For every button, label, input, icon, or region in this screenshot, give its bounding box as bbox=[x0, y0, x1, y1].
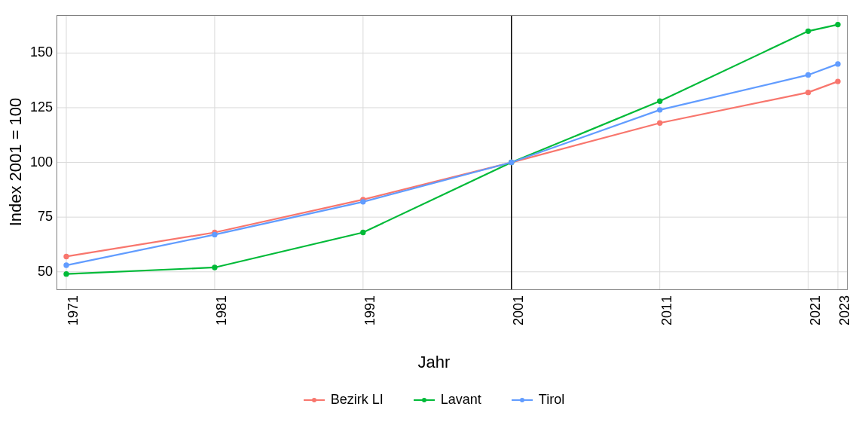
legend-swatch bbox=[304, 399, 325, 401]
x-tick-label: 2011 bbox=[659, 295, 675, 326]
svg-point-29 bbox=[509, 160, 514, 165]
series-bezirk-li bbox=[64, 79, 840, 258]
x-tick-label: 1971 bbox=[66, 295, 81, 326]
x-axis-label: Jahr bbox=[0, 353, 868, 372]
y-tick-label: 150 bbox=[8, 44, 53, 60]
svg-point-25 bbox=[836, 23, 840, 27]
series-tirol bbox=[64, 62, 840, 267]
y-tick-label: 75 bbox=[8, 209, 53, 225]
legend-item: Lavant bbox=[414, 392, 481, 408]
legend-label: Bezirk LI bbox=[331, 392, 384, 408]
y-tick-label: 50 bbox=[8, 263, 53, 279]
svg-point-32 bbox=[836, 62, 840, 66]
legend-label: Tirol bbox=[539, 392, 564, 408]
svg-point-30 bbox=[658, 108, 662, 112]
svg-point-26 bbox=[64, 263, 69, 267]
gridlines bbox=[57, 16, 847, 289]
x-tick-label: 2023 bbox=[837, 295, 853, 326]
y-tick-label: 100 bbox=[8, 154, 53, 170]
x-tick-label: 1981 bbox=[214, 295, 230, 326]
x-tick-label: 2021 bbox=[808, 295, 824, 326]
legend-swatch bbox=[512, 399, 533, 401]
plot-area bbox=[57, 15, 848, 290]
legend: Bezirk LILavantTirol bbox=[0, 392, 868, 408]
legend-swatch bbox=[414, 399, 435, 401]
plot-svg bbox=[57, 16, 847, 289]
svg-point-27 bbox=[212, 232, 217, 237]
x-tick-label: 1991 bbox=[362, 295, 378, 326]
svg-point-23 bbox=[658, 99, 662, 103]
svg-point-16 bbox=[658, 121, 662, 125]
chart-container: Index 2001 = 100 5075100125150 197119811… bbox=[0, 0, 868, 434]
legend-item: Tirol bbox=[512, 392, 564, 408]
svg-point-17 bbox=[806, 90, 811, 95]
svg-point-31 bbox=[806, 72, 811, 77]
svg-point-20 bbox=[212, 265, 217, 270]
series-group bbox=[64, 23, 840, 277]
svg-point-24 bbox=[806, 29, 811, 33]
svg-point-18 bbox=[836, 79, 840, 84]
y-tick-label: 125 bbox=[8, 99, 53, 115]
svg-point-12 bbox=[64, 254, 69, 258]
svg-point-28 bbox=[361, 200, 365, 204]
svg-point-21 bbox=[361, 230, 365, 234]
legend-label: Lavant bbox=[441, 392, 481, 408]
svg-point-19 bbox=[64, 272, 69, 277]
x-tick-label: 2001 bbox=[511, 295, 527, 326]
legend-item: Bezirk LI bbox=[304, 392, 384, 408]
